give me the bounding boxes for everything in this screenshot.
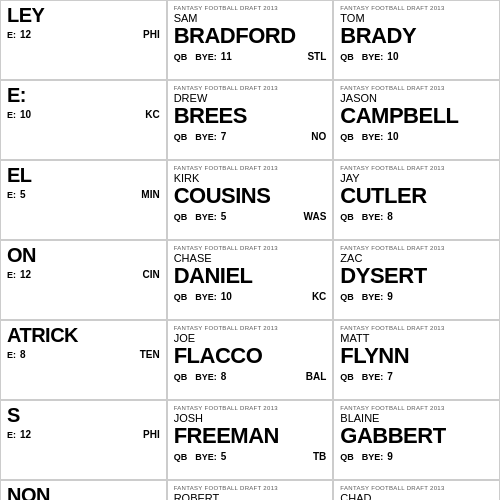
first-name: CHAD xyxy=(340,492,493,500)
bye-label: BYE: xyxy=(362,132,384,142)
bye-label: E: xyxy=(7,270,16,280)
bye-label: BYE: xyxy=(362,212,384,222)
position-label: QB xyxy=(174,132,188,142)
player-card-non-left: NON E: 5 TB xyxy=(0,480,167,500)
position-label: QB xyxy=(174,212,188,222)
bye-label: E: xyxy=(7,30,16,40)
team: CIN xyxy=(142,269,159,280)
team: KC xyxy=(145,109,159,120)
bye-label: BYE: xyxy=(195,372,217,382)
stats-row: QB BYE: 10 xyxy=(340,131,493,142)
draft-label: FANTASY FOOTBALL DRAFT 2013 xyxy=(174,165,327,171)
player-card-el-left: EL E: 5 MIN xyxy=(0,160,167,240)
position-label: QB xyxy=(340,212,354,222)
last-name: FREEMAN xyxy=(174,425,327,447)
stats-row: E: 10 KC xyxy=(7,109,160,120)
team: STL xyxy=(307,51,326,62)
draft-label: FANTASY FOOTBALL DRAFT 2013 xyxy=(340,405,493,411)
last-name: DYSERT xyxy=(340,265,493,287)
bye-label: BYE: xyxy=(195,52,217,62)
player-card-campbell: FANTASY FOOTBALL DRAFT 2013 JASON CAMPBE… xyxy=(333,80,500,160)
bye-value: 8 xyxy=(221,371,227,382)
position-label: QB xyxy=(340,132,354,142)
last-name: CAMPBELL xyxy=(340,105,493,127)
position-label: QB xyxy=(340,372,354,382)
bye-label: BYE: xyxy=(195,452,217,462)
draft-label: FANTASY FOOTBALL DRAFT 2013 xyxy=(340,5,493,11)
bye-value: 9 xyxy=(387,451,393,462)
last-name: BREES xyxy=(174,105,327,127)
bye-value: 11 xyxy=(221,51,232,62)
draft-label: FANTASY FOOTBALL DRAFT 2013 xyxy=(174,405,327,411)
player-card-atrick-left: ATRICK E: 8 TEN xyxy=(0,320,167,400)
position-label: QB xyxy=(174,372,188,382)
stats-row: QB BYE: 9 xyxy=(340,451,493,462)
last-name: FLYNN xyxy=(340,345,493,367)
player-card-flynn: FANTASY FOOTBALL DRAFT 2013 MATT FLYNN Q… xyxy=(333,320,500,400)
player-card-daniel: FANTASY FOOTBALL DRAFT 2013 CHASE DANIEL… xyxy=(167,240,334,320)
team: KC xyxy=(312,291,326,302)
position-label: QB xyxy=(174,292,188,302)
bye-label: BYE: xyxy=(195,212,217,222)
last-name: BRADFORD xyxy=(174,25,327,47)
draft-label: FANTASY FOOTBALL DRAFT 2013 xyxy=(174,245,327,251)
player-grid: LEY E: 12 PHI FANTASY FOOTBALL DRAFT 201… xyxy=(0,0,500,500)
bye-value: 8 xyxy=(387,211,393,222)
stats-row: QB BYE: 8 xyxy=(340,211,493,222)
stats-row: QB BYE: 7 NO xyxy=(174,131,327,142)
bye-label: E: xyxy=(7,190,16,200)
position-label: QB xyxy=(174,52,188,62)
bye-value: 8 xyxy=(20,349,26,360)
stats-row: QB BYE: 5 WAS xyxy=(174,211,327,222)
bye-value: 7 xyxy=(387,371,393,382)
draft-label: FANTASY FOOTBALL DRAFT 2013 xyxy=(340,485,493,491)
bye-label: BYE: xyxy=(195,132,217,142)
last-name: ATRICK xyxy=(7,325,160,345)
bye-label: E: xyxy=(7,430,16,440)
player-card-gabbert: FANTASY FOOTBALL DRAFT 2013 BLAINE GABBE… xyxy=(333,400,500,480)
player-card-cousins: FANTASY FOOTBALL DRAFT 2013 KIRK COUSINS… xyxy=(167,160,334,240)
bye-label: E: xyxy=(7,350,16,360)
bye-label: BYE: xyxy=(362,452,384,462)
stats-row: E: 12 PHI xyxy=(7,29,160,40)
stats-row: E: 12 PHI xyxy=(7,429,160,440)
bye-value: 7 xyxy=(221,131,227,142)
stats-row: QB BYE: 10 xyxy=(340,51,493,62)
draft-label: FANTASY FOOTBALL DRAFT 2013 xyxy=(174,485,327,491)
bye-label: BYE: xyxy=(195,292,217,302)
bye-value: 10 xyxy=(20,109,31,120)
last-name: COUSINS xyxy=(174,185,327,207)
bye-value: 9 xyxy=(387,291,393,302)
stats-row: E: 8 TEN xyxy=(7,349,160,360)
last-name: NON xyxy=(7,485,160,500)
first-name: ROBERT xyxy=(174,492,327,500)
player-card-henne: FANTASY FOOTBALL DRAFT 2013 CHAD HENNE Q… xyxy=(333,480,500,500)
position-label: QB xyxy=(340,292,354,302)
draft-label: FANTASY FOOTBALL DRAFT 2013 xyxy=(340,325,493,331)
player-card-freeman: FANTASY FOOTBALL DRAFT 2013 JOSH FREEMAN… xyxy=(167,400,334,480)
draft-label: FANTASY FOOTBALL DRAFT 2013 xyxy=(340,165,493,171)
stats-row: QB BYE: 10 KC xyxy=(174,291,327,302)
last-name: S xyxy=(7,405,160,425)
bye-label: BYE: xyxy=(362,292,384,302)
bye-value: 12 xyxy=(20,29,31,40)
bye-value: 5 xyxy=(221,211,227,222)
last-name: FLACCO xyxy=(174,345,327,367)
bye-value: 12 xyxy=(20,269,31,280)
bye-label: BYE: xyxy=(362,52,384,62)
player-card-ley: LEY E: 12 PHI xyxy=(0,0,167,80)
last-name: BRADY xyxy=(340,25,493,47)
player-card-e-left: E: E: 10 KC xyxy=(0,80,167,160)
stats-row: E: 5 MIN xyxy=(7,189,160,200)
draft-label: FANTASY FOOTBALL DRAFT 2013 xyxy=(174,325,327,331)
team: MIN xyxy=(141,189,159,200)
team: TB xyxy=(313,451,326,462)
player-card-dysert: FANTASY FOOTBALL DRAFT 2013 ZAC DYSERT Q… xyxy=(333,240,500,320)
draft-label: FANTASY FOOTBALL DRAFT 2013 xyxy=(340,245,493,251)
last-name: E: xyxy=(7,85,160,105)
last-name: DANIEL xyxy=(174,265,327,287)
last-name: GABBERT xyxy=(340,425,493,447)
player-card-flacco: FANTASY FOOTBALL DRAFT 2013 JOE FLACCO Q… xyxy=(167,320,334,400)
stats-row: QB BYE: 11 STL xyxy=(174,51,327,62)
draft-label: FANTASY FOOTBALL DRAFT 2013 xyxy=(340,85,493,91)
